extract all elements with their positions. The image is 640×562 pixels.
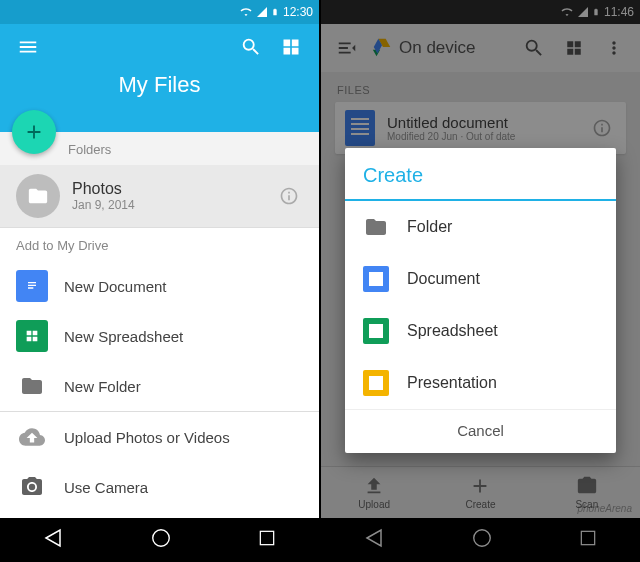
nav-recent-button[interactable] [257, 528, 277, 552]
new-spreadsheet-row[interactable]: New Spreadsheet [0, 311, 319, 361]
dialog-presentation-label: Presentation [407, 374, 497, 392]
android-nav-bar [0, 518, 319, 562]
dialog-option-document[interactable]: Document [345, 253, 616, 305]
dialog-option-folder[interactable]: Folder [345, 201, 616, 253]
menu-button[interactable] [8, 27, 48, 67]
upload-label: Upload Photos or Videos [64, 429, 230, 446]
status-bar: 12:30 [0, 0, 319, 24]
use-camera-row[interactable]: Use Camera [0, 462, 319, 512]
dialog-document-label: Document [407, 270, 480, 288]
grid-icon [281, 37, 301, 57]
camera-icon [16, 471, 48, 503]
watermark: phoneArena [578, 503, 633, 514]
right-phone-frame: 11:46 On device FILES Untitled document … [321, 0, 640, 562]
search-icon [240, 36, 262, 58]
info-icon [279, 186, 299, 206]
upload-row[interactable]: Upload Photos or Videos [0, 412, 319, 462]
new-document-row[interactable]: New Document [0, 261, 319, 311]
folder-text: Photos Jan 9, 2014 [72, 180, 275, 212]
hamburger-icon [17, 36, 39, 58]
signal-icon [255, 6, 269, 18]
folder-date: Jan 9, 2014 [72, 198, 275, 212]
folder-avatar [16, 174, 60, 218]
add-actions-list: New Document New Spreadsheet New Folder … [0, 261, 319, 512]
folder-icon [16, 370, 48, 402]
folder-icon [363, 214, 389, 240]
use-camera-label: Use Camera [64, 479, 148, 496]
page-title: My Files [0, 70, 319, 98]
svg-point-0 [153, 530, 170, 547]
nav-home-button[interactable] [150, 527, 172, 553]
dialog-spreadsheet-label: Spreadsheet [407, 322, 498, 340]
battery-icon [271, 5, 279, 19]
new-document-label: New Document [64, 278, 167, 295]
fab-add-button[interactable] [12, 110, 56, 154]
sheets-icon [16, 320, 48, 352]
dialog-cancel-button[interactable]: Cancel [345, 409, 616, 453]
dialog-folder-label: Folder [407, 218, 452, 236]
wifi-icon [239, 6, 253, 18]
new-folder-row[interactable]: New Folder [0, 361, 319, 411]
docs-icon [16, 270, 48, 302]
new-folder-label: New Folder [64, 378, 141, 395]
folder-icon [27, 185, 49, 207]
slides-icon [363, 370, 389, 396]
status-time: 12:30 [283, 5, 313, 19]
status-icons [239, 5, 279, 19]
left-phone-frame: 12:30 My Files Folders Photos Jan 9, 201… [0, 0, 319, 562]
nav-back-button[interactable] [42, 526, 66, 554]
folder-info-button[interactable] [275, 182, 303, 210]
new-spreadsheet-label: New Spreadsheet [64, 328, 183, 345]
folder-row[interactable]: Photos Jan 9, 2014 [0, 165, 319, 227]
search-button[interactable] [231, 27, 271, 67]
plus-icon [23, 121, 45, 143]
docs-icon [363, 266, 389, 292]
dialog-option-spreadsheet[interactable]: Spreadsheet [345, 305, 616, 357]
dialog-title: Create [345, 148, 616, 201]
cloud-upload-icon [16, 421, 48, 453]
create-dialog: Create Folder Document Spreadsheet Prese… [345, 148, 616, 453]
view-toggle-button[interactable] [271, 27, 311, 67]
add-section-label: Add to My Drive [0, 228, 319, 261]
svg-rect-1 [260, 531, 273, 544]
sheets-icon [363, 318, 389, 344]
folder-name: Photos [72, 180, 275, 198]
dialog-option-presentation[interactable]: Presentation [345, 357, 616, 409]
